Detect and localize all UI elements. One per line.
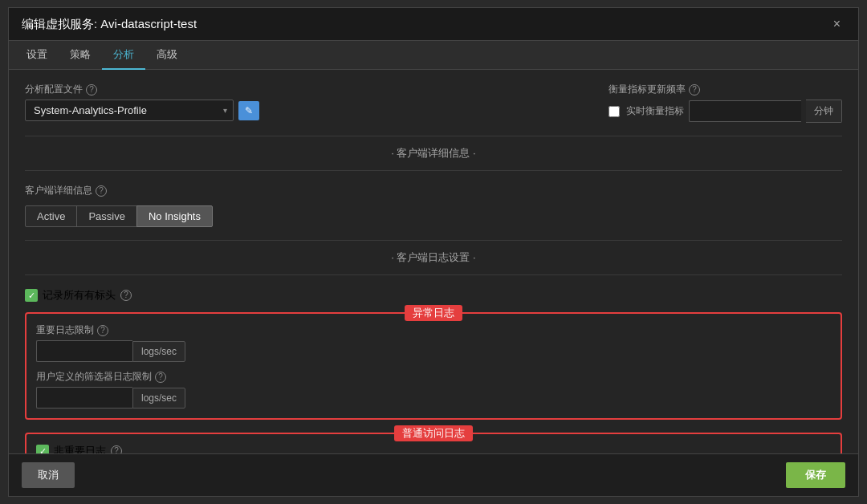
- critical-log-input-row: 10 logs/sec: [36, 340, 831, 362]
- client-insights-group: 客户端详细信息 ? Active Passive No Insights: [25, 184, 842, 227]
- metrics-field-row: 实时衡量指标 0 分钟: [609, 100, 842, 123]
- realtime-metrics-checkbox-row: 实时衡量指标: [609, 104, 684, 118]
- client-tab-active[interactable]: Active: [25, 205, 77, 227]
- realtime-metrics-checkbox[interactable]: [609, 106, 620, 117]
- save-button[interactable]: 保存: [786, 462, 845, 488]
- user-filter-log-suffix: logs/sec: [132, 388, 185, 408]
- analytics-profile-edit-button[interactable]: ✎: [238, 101, 259, 120]
- close-button[interactable]: ×: [828, 16, 845, 32]
- modal-footer: 取消 保存: [9, 453, 858, 496]
- client-insights-help-icon[interactable]: ?: [96, 185, 107, 197]
- client-insights-tabs: Active Passive No Insights: [25, 205, 842, 227]
- user-filter-log-help-icon[interactable]: ?: [155, 372, 166, 383]
- modal-body: 分析配置文件 ? System-Analytics-Profile ▾ ✎ 衡量…: [9, 70, 858, 453]
- analytics-profile-help-icon[interactable]: ?: [86, 84, 97, 96]
- metrics-help-icon[interactable]: ?: [689, 84, 700, 96]
- analytics-profile-select-wrapper: System-Analytics-Profile ▾: [25, 100, 234, 121]
- tab-analytics[interactable]: 分析: [102, 41, 145, 70]
- error-logs-box: 异常日志 重要日志限制 ? 10 logs/sec 用户定义的筛选器日志限制 ?…: [25, 312, 842, 420]
- all-headers-checked-icon: ✓: [25, 289, 38, 302]
- user-filter-log-input-row: 10 logs/sec: [36, 387, 831, 408]
- cancel-button[interactable]: 取消: [22, 462, 75, 488]
- non-critical-log-row: ✓ 非重要日志 ?: [36, 444, 831, 453]
- metrics-suffix: 分钟: [806, 100, 842, 123]
- client-log-divider: · 客户端日志设置 ·: [25, 240, 842, 275]
- user-filter-log-label: 用户定义的筛选器日志限制 ?: [36, 370, 831, 384]
- critical-log-field: 重要日志限制 ? 10 logs/sec: [36, 323, 831, 362]
- all-headers-row: ✓ 记录所有有标头 ?: [25, 288, 842, 303]
- critical-log-input[interactable]: 10: [36, 340, 132, 362]
- metrics-group: 衡量指标更新频率 ? 实时衡量指标 0 分钟: [609, 83, 842, 123]
- error-logs-box-title: 异常日志: [405, 305, 462, 321]
- critical-log-label: 重要日志限制 ?: [36, 323, 831, 337]
- analytics-profile-select[interactable]: System-Analytics-Profile: [25, 100, 234, 121]
- modal-title: 编辑虚拟服务: Avi-datascript-test: [22, 17, 197, 32]
- metrics-label: 衡量指标更新频率 ?: [609, 83, 842, 96]
- modal-container: 编辑虚拟服务: Avi-datascript-test × 设置 策略 分析 高…: [8, 7, 859, 497]
- critical-log-suffix: logs/sec: [132, 341, 185, 362]
- user-filter-log-input[interactable]: 10: [36, 387, 132, 408]
- client-tab-passive[interactable]: Passive: [76, 205, 137, 227]
- access-logs-box: 普通访问日志 ✓ 非重要日志 ? 非重要日志限制 ? 10 logs/sec: [25, 433, 842, 453]
- non-critical-checked-icon: ✓: [36, 445, 49, 453]
- analytics-profile-group: 分析配置文件 ? System-Analytics-Profile ▾ ✎: [25, 83, 259, 121]
- tab-settings[interactable]: 设置: [15, 41, 59, 70]
- critical-log-help-icon[interactable]: ?: [97, 325, 108, 336]
- all-headers-help-icon[interactable]: ?: [120, 290, 132, 301]
- analytics-profile-field-row: System-Analytics-Profile ▾ ✎: [25, 100, 259, 121]
- non-critical-log-help-icon[interactable]: ?: [111, 445, 122, 453]
- client-tab-no-insights[interactable]: No Insights: [136, 205, 213, 227]
- user-filter-log-field: 用户定义的筛选器日志限制 ? 10 logs/sec: [36, 370, 831, 408]
- analytics-profile-label: 分析配置文件 ?: [25, 83, 259, 96]
- access-logs-box-title: 普通访问日志: [394, 425, 473, 441]
- modal-header: 编辑虚拟服务: Avi-datascript-test ×: [9, 8, 858, 41]
- metrics-value-input[interactable]: 0: [689, 100, 801, 122]
- tab-policy[interactable]: 策略: [59, 41, 102, 70]
- tabs-bar: 设置 策略 分析 高级: [9, 41, 858, 70]
- top-config-row: 分析配置文件 ? System-Analytics-Profile ▾ ✎ 衡量…: [25, 83, 842, 123]
- tab-advanced[interactable]: 高级: [145, 41, 189, 70]
- client-details-divider: · 客户端详细信息 ·: [25, 136, 842, 171]
- client-insights-label: 客户端详细信息 ?: [25, 184, 842, 197]
